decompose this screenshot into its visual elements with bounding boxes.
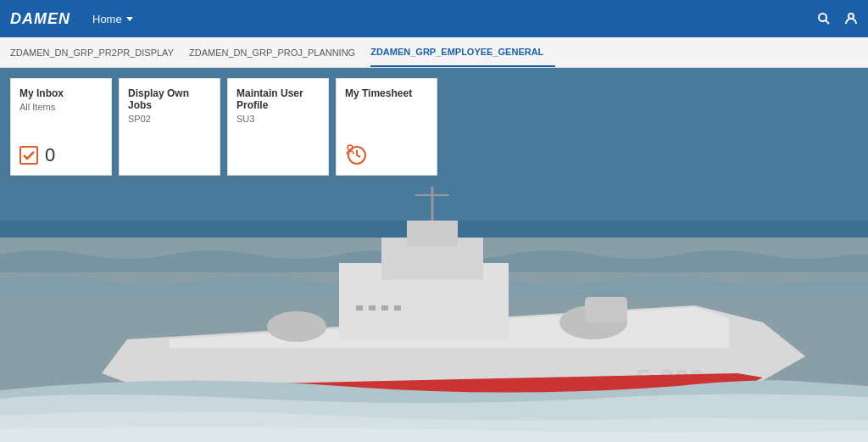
home-menu-button[interactable]: Home [84, 8, 142, 31]
svg-point-0 [819, 14, 826, 21]
card-maintain-user-profile[interactable]: Maintain User Profile SU3 [227, 78, 329, 176]
checkbox-icon [19, 146, 42, 165]
card-maintain-user-profile-title: Maintain User Profile [236, 87, 320, 111]
tab-pr2pr-display[interactable]: ZDAMEN_DN_GRP_PR2PR_DISPLAY [10, 37, 186, 67]
card-my-timesheet[interactable]: My Timesheet [336, 78, 437, 176]
tab-proj-planning[interactable]: ZDAMEN_DN_GRP_PROJ_PLANNING [189, 37, 367, 67]
card-my-inbox-subtitle: All Items [19, 102, 103, 112]
cards-container: My Inbox All Items 0 Display Own Jobs SP… [10, 78, 437, 176]
damen-logo: DAMEN [10, 10, 70, 28]
card-display-own-jobs[interactable]: Display Own Jobs SP02 [119, 78, 220, 176]
main-content: F 803 My Inbox All Items 0 Di [0, 68, 868, 442]
svg-rect-16 [381, 305, 388, 311]
home-label: Home [92, 13, 122, 25]
card-my-inbox-title: My Inbox [19, 87, 103, 99]
timesheet-icon [345, 143, 369, 166]
card-my-inbox-count: 0 [45, 144, 55, 166]
tab-employee-general[interactable]: ZDAMEN_GRP_EMPLOYEE_GENERAL [370, 37, 555, 67]
svg-line-1 [826, 20, 829, 24]
tabbar: ZDAMEN_DN_GRP_PR2PR_DISPLAY ZDAMEN_DN_GR… [0, 37, 868, 68]
user-icon [844, 12, 858, 25]
svg-rect-14 [356, 305, 363, 311]
card-my-inbox[interactable]: My Inbox All Items 0 [10, 78, 112, 176]
topbar: DAMEN Home [0, 0, 868, 37]
svg-rect-17 [394, 305, 401, 311]
card-display-own-jobs-subtitle: SP02 [128, 114, 211, 124]
search-icon [817, 12, 831, 25]
svg-point-13 [267, 311, 326, 342]
search-button[interactable] [817, 12, 831, 25]
chevron-down-icon [126, 17, 133, 21]
card-display-own-jobs-title: Display Own Jobs [128, 87, 211, 111]
card-maintain-user-profile-subtitle: SU3 [236, 114, 320, 124]
card-my-inbox-icon: 0 [19, 144, 103, 166]
svg-rect-12 [585, 297, 627, 322]
svg-rect-8 [407, 221, 458, 246]
card-my-timesheet-icon [345, 143, 428, 166]
topbar-right [817, 12, 858, 25]
card-my-timesheet-title: My Timesheet [345, 87, 428, 99]
svg-rect-19 [20, 147, 37, 164]
user-profile-button[interactable] [844, 12, 858, 25]
svg-rect-15 [369, 305, 376, 311]
topbar-left: DAMEN Home [10, 8, 142, 31]
